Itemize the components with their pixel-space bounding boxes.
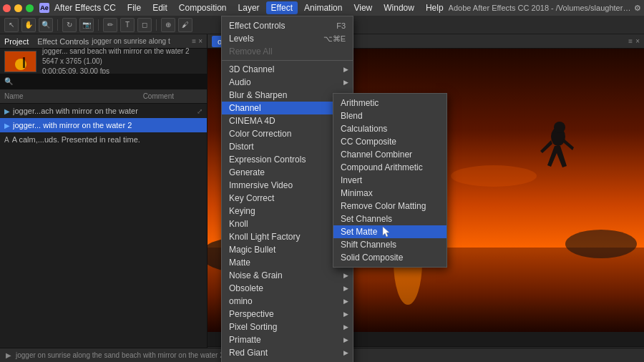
- thumb-name: jogger... sand beach with mirror on the …: [42, 47, 190, 57]
- window-title: Adobe After Effects CC 2018 - /Volumes/s…: [449, 4, 634, 12]
- tool-camera[interactable]: 📷: [79, 18, 94, 32]
- thumbnail-area: jogger... sand beach with mirror on the …: [0, 49, 207, 74]
- menu-remove-all: Remove All: [222, 45, 353, 58]
- menubar-right: ⚙: [634, 4, 641, 13]
- menu-red-giant[interactable]: Red Giant: [222, 346, 353, 359]
- menu-solid-composite[interactable]: Solid Composite: [333, 251, 447, 264]
- tool-text[interactable]: T: [120, 18, 135, 32]
- fullscreen-button[interactable]: [26, 4, 34, 12]
- project-thumbnail: [4, 51, 36, 72]
- menu-effect-controls[interactable]: Effect Controls F3: [222, 19, 353, 32]
- menu-cc-composite[interactable]: CC Composite: [333, 135, 447, 148]
- menu-compound-arithmetic[interactable]: Compound Arithmetic: [333, 161, 447, 174]
- menu-primatte[interactable]: Primatte: [222, 333, 353, 346]
- project-list: ▶ jogger...ach with mirror on the water …: [0, 104, 207, 147]
- menu-arithmetic[interactable]: Arithmetic: [333, 97, 447, 109]
- toolbar-separator-2: [98, 19, 99, 31]
- svg-point-12: [565, 230, 637, 258]
- project-tab[interactable]: Project: [4, 37, 29, 46]
- film-icon-2: ▶: [4, 122, 10, 129]
- app-icon: Ae: [39, 3, 49, 13]
- menu-composition[interactable]: Composition: [174, 1, 232, 14]
- menu-shift-channels[interactable]: Shift Channels: [333, 238, 447, 251]
- menubar: Ae After Effects CC File Edit Compositio…: [0, 0, 644, 16]
- tool-zoom[interactable]: 🔍: [39, 18, 53, 32]
- menu-levels[interactable]: Levels ⌥⌘E: [222, 32, 353, 45]
- menubar-items: After Effects CC File Edit Composition L…: [49, 1, 449, 14]
- menu-set-matte[interactable]: Set Matte: [333, 225, 447, 238]
- channel-submenu: Arithmetic Blend Calculations CC Composi…: [333, 93, 447, 268]
- thumbnail-info: jogger... sand beach with mirror on the …: [42, 47, 190, 77]
- text-icon-3: A: [4, 136, 9, 144]
- menu-omino[interactable]: omino: [222, 295, 353, 308]
- close-button[interactable]: [3, 4, 11, 12]
- search-area: 🔍: [0, 74, 207, 89]
- status-message: jogger on sunrise along the sand beach w…: [16, 351, 224, 359]
- effect-controls-tab[interactable]: Effect Controls: [37, 37, 89, 46]
- menu-pixel-sorting[interactable]: Pixel Sorting: [222, 321, 353, 333]
- search-input[interactable]: [16, 77, 203, 86]
- diverge-icon-1: ⤢: [197, 107, 203, 115]
- film-icon-1: ▶: [4, 107, 10, 115]
- menu-animation[interactable]: Animation: [299, 1, 347, 14]
- menu-minimax[interactable]: Minimax: [333, 187, 447, 200]
- left-panel: Project Effect Controls jogger on sunris…: [0, 34, 208, 362]
- tool-pen[interactable]: ✏: [103, 18, 117, 32]
- minimize-button[interactable]: [14, 4, 22, 12]
- thumb-resolution: 5647 x 3765 (1.00): [42, 57, 190, 67]
- clock: ⚙: [634, 4, 641, 13]
- menu-remove-color-matting[interactable]: Remove Color Matting: [333, 200, 447, 212]
- project-item-1[interactable]: ▶ jogger...ach with mirror on the water …: [0, 104, 207, 118]
- traffic-lights: [3, 4, 34, 12]
- tool-rotate[interactable]: ↻: [62, 18, 77, 32]
- menu-obsolete[interactable]: Obsolete: [222, 282, 353, 295]
- svg-rect-2: [23, 57, 25, 68]
- effect-subject: jogger on sunrise along t: [92, 37, 170, 45]
- menu-help[interactable]: Help: [421, 1, 449, 14]
- status-icon: ▶: [6, 351, 11, 359]
- menu-channel-combiner[interactable]: Channel Combiner: [333, 148, 447, 161]
- menu-blend[interactable]: Blend: [333, 109, 447, 122]
- tool-hand[interactable]: ✋: [21, 18, 36, 32]
- tool-shape[interactable]: ◻: [137, 18, 152, 32]
- menu-perspective[interactable]: Perspective: [222, 308, 353, 321]
- cursor-icon: [381, 226, 390, 238]
- menu-red-giant-denoiser[interactable]: Red Giant Denoiser II: [222, 359, 353, 362]
- menu-layer[interactable]: Layer: [233, 1, 265, 14]
- comp-close-icon[interactable]: ×: [635, 37, 640, 45]
- panel-close-icon[interactable]: ×: [198, 37, 203, 45]
- col-comment: Comment: [143, 92, 203, 100]
- svg-point-6: [451, 165, 537, 187]
- project-list-header: Name Comment: [0, 89, 207, 104]
- menu-file[interactable]: File: [122, 1, 146, 14]
- svg-point-10: [554, 122, 565, 133]
- menu-invert[interactable]: Invert: [333, 174, 447, 187]
- menu-set-channels[interactable]: Set Channels: [333, 212, 447, 225]
- toolbar-separator-3: [156, 19, 157, 31]
- project-item-2[interactable]: ▶ jogger... with mirror on the water 2: [0, 118, 207, 132]
- panel-menu-icon[interactable]: ≡: [192, 37, 196, 45]
- menu-audio[interactable]: Audio: [222, 76, 353, 89]
- project-item-text-1: jogger...ach with mirror on the water: [13, 107, 194, 115]
- menu-effect[interactable]: Effect: [266, 1, 298, 14]
- project-item-3[interactable]: A A calm,...uds. Presented in real time.: [0, 132, 207, 147]
- project-item-text-2: jogger... with mirror on the water 2: [13, 121, 203, 129]
- menu-view[interactable]: View: [348, 1, 377, 14]
- menu-window[interactable]: Window: [379, 1, 419, 14]
- menu-aftereffects[interactable]: After Effects CC: [49, 1, 121, 14]
- menu-edit[interactable]: Edit: [147, 1, 172, 14]
- tool-paint[interactable]: 🖌: [178, 18, 192, 32]
- project-item-text-3: A calm,...uds. Presented in real time.: [12, 135, 203, 144]
- menu-sep-1: [222, 60, 353, 61]
- menu-calculations[interactable]: Calculations: [333, 122, 447, 135]
- menu-noise-grain[interactable]: Noise & Grain: [222, 269, 353, 282]
- tool-arrow[interactable]: ↖: [4, 18, 19, 32]
- comp-menu-icon[interactable]: ≡: [628, 37, 633, 45]
- menu-3dchannel[interactable]: 3D Channel: [222, 63, 353, 76]
- col-name: Name: [4, 92, 24, 100]
- tool-clone[interactable]: ⊕: [161, 18, 175, 32]
- search-icon: 🔍: [4, 77, 13, 85]
- toolbar-separator-1: [57, 19, 58, 31]
- channel-dropdown: Arithmetic Blend Calculations CC Composi…: [333, 93, 447, 268]
